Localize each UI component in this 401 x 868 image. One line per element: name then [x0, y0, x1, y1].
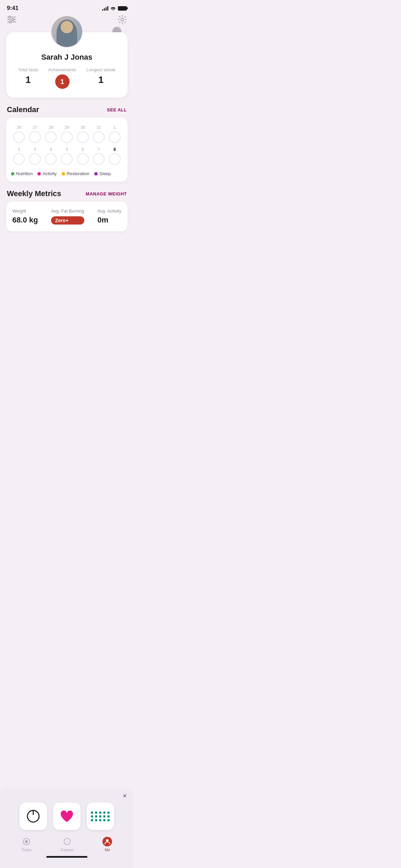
nutrition-label: Nutrition: [16, 171, 33, 176]
longest-streak-label: Longest streak: [86, 67, 116, 72]
achievements-stat: Achievements 1: [48, 67, 76, 89]
weight-value: 68.0 kg: [12, 216, 38, 225]
metrics-section-header: Weekly Metrics MANAGE WEIGHT: [0, 182, 134, 202]
cal-cell-4: 4: [43, 146, 59, 166]
calendar-title: Calendar: [7, 105, 39, 114]
cal-cell-30: 30: [75, 124, 91, 144]
zero-plus-badge: Zero+: [51, 216, 84, 225]
legend-activity: Activity: [37, 171, 57, 176]
metrics-title: Weekly Metrics: [7, 189, 61, 198]
avg-activity-value: 0m: [97, 216, 121, 225]
nutrition-dot: [11, 172, 14, 176]
metrics-card: Weight 68.0 kg Avg. Fat Burning Zero+ Av…: [6, 202, 127, 231]
calendar-grid: 26 27 28 29 30 31 1 2: [11, 124, 123, 166]
cal-cell-8: 8: [107, 146, 123, 166]
legend-sleep: Sleep: [94, 171, 111, 176]
sleep-label: Sleep: [99, 171, 111, 176]
manage-weight-button[interactable]: MANAGE WEIGHT: [86, 191, 127, 196]
cal-cell-7: 7: [91, 146, 107, 166]
activity-label: Activity: [42, 171, 57, 176]
filter-icon[interactable]: [7, 16, 16, 25]
svg-point-3: [9, 16, 11, 18]
avatar: [50, 15, 83, 48]
wifi-icon: [110, 5, 116, 11]
status-bar: 9:41: [0, 0, 134, 14]
achievement-badge: 1: [55, 74, 70, 89]
calendar-section-header: Calendar SEE ALL: [0, 98, 134, 118]
avg-activity-label: Avg. Activity: [97, 208, 121, 214]
cal-cell-5: 5: [59, 146, 75, 166]
cal-cell-29: 29: [59, 124, 75, 144]
status-time: 9:41: [7, 5, 19, 12]
cal-cell-31: 31: [91, 124, 107, 144]
cal-cell-26: 26: [11, 124, 27, 144]
cal-cell-3: 3: [27, 146, 43, 166]
profile-card: Sarah J Jonas Total fasts 1 Achievements…: [6, 32, 127, 98]
weight-metric: Weight 68.0 kg: [12, 208, 38, 225]
cal-cell-6: 6: [75, 146, 91, 166]
signal-icon: [102, 6, 108, 11]
gear-icon[interactable]: [118, 15, 127, 26]
profile-stats-row: Total fasts 1 Achievements 1 Longest str…: [13, 67, 121, 89]
avg-fat-burning-metric: Avg. Fat Burning Zero+: [51, 208, 84, 225]
achievements-label: Achievements: [48, 67, 76, 72]
longest-streak-value: 1: [98, 74, 104, 85]
weight-label: Weight: [12, 208, 38, 214]
cal-cell-2: 2: [11, 146, 27, 166]
status-icons: [102, 5, 127, 11]
achievement-value: 1: [60, 78, 64, 86]
svg-point-5: [9, 21, 11, 23]
sleep-dot: [94, 172, 98, 176]
cal-cell-27: 27: [27, 124, 43, 144]
cal-cell-28: 28: [43, 124, 59, 144]
total-fasts-label: Total fasts: [18, 67, 38, 72]
profile-name: Sarah J Jonas: [13, 53, 121, 62]
restoration-label: Restoration: [67, 171, 89, 176]
avatar-image: [51, 16, 82, 47]
legend-restoration: Restoration: [62, 171, 89, 176]
total-fasts-stat: Total fasts 1: [18, 67, 38, 85]
avg-activity-metric: Avg. Activity 0m: [97, 208, 121, 225]
calendar-legend: Nutrition Activity Restoration Sleep: [11, 171, 123, 176]
profile-card-wrapper: Sarah J Jonas Total fasts 1 Achievements…: [0, 32, 134, 98]
activity-dot: [37, 172, 41, 176]
longest-streak-stat: Longest streak 1: [86, 67, 116, 85]
restoration-dot: [62, 172, 65, 176]
svg-point-6: [121, 18, 124, 21]
svg-point-4: [12, 19, 14, 21]
legend-nutrition: Nutrition: [11, 171, 33, 176]
total-fasts-value: 1: [25, 74, 31, 85]
metrics-row: Weight 68.0 kg Avg. Fat Burning Zero+ Av…: [12, 208, 121, 225]
cal-cell-1: 1: [107, 124, 123, 144]
battery-icon: [118, 6, 127, 11]
calendar-card: 26 27 28 29 30 31 1 2: [6, 118, 127, 182]
avg-fat-burning-label: Avg. Fat Burning: [51, 208, 84, 214]
calendar-see-all-button[interactable]: SEE ALL: [107, 107, 127, 112]
